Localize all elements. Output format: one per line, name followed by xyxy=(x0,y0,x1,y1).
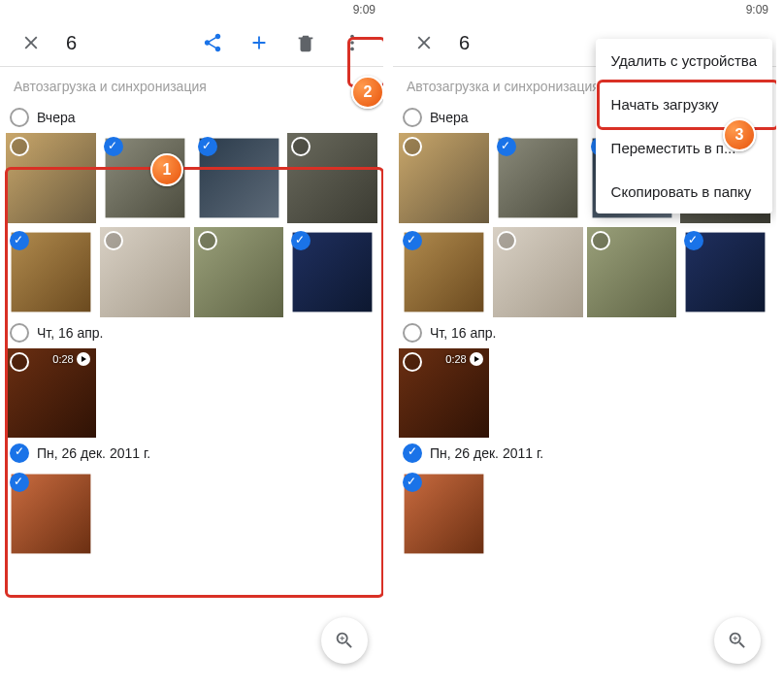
day-label: Пн, 26 дек. 2011 г. xyxy=(37,445,150,461)
day-label: Вчера xyxy=(430,110,469,125)
photo-thumb[interactable] xyxy=(194,133,284,223)
photo-thumb[interactable] xyxy=(287,133,377,223)
app-bar: 6 xyxy=(0,19,383,66)
select-mark[interactable] xyxy=(10,231,29,250)
autosync-label: Автозагрузка и синхронизация xyxy=(0,71,383,102)
select-mark[interactable] xyxy=(291,231,310,250)
video-badge: 0:28 xyxy=(52,352,89,366)
photo-thumb[interactable] xyxy=(6,469,96,559)
more-icon[interactable] xyxy=(333,23,372,62)
day-label: Чт, 16 апр. xyxy=(37,325,103,341)
photo-thumb[interactable] xyxy=(493,227,583,317)
day-header-2[interactable]: Чт, 16 апр. xyxy=(393,317,776,348)
select-mark[interactable] xyxy=(497,231,516,250)
select-mark[interactable] xyxy=(403,352,422,372)
day-label: Чт, 16 апр. xyxy=(430,325,496,341)
close-icon[interactable] xyxy=(405,23,443,62)
day-select-circle[interactable] xyxy=(10,443,29,463)
menu-item-copy[interactable]: Скопировать в папку xyxy=(596,170,772,213)
status-time: 9:09 xyxy=(746,3,768,16)
photo-thumb[interactable] xyxy=(194,227,284,317)
photo-grid-day3 xyxy=(0,469,383,559)
day-select-circle[interactable] xyxy=(10,108,29,127)
menu-item-delete[interactable]: Удалить с устройства xyxy=(596,39,772,82)
divider xyxy=(0,66,383,67)
svg-point-2 xyxy=(350,48,354,51)
svg-point-0 xyxy=(350,35,354,39)
day-header-3[interactable]: Пн, 26 дек. 2011 г. xyxy=(393,438,776,469)
day-header-2[interactable]: Чт, 16 апр. xyxy=(0,317,383,348)
screen-right: 9:09 6 Автозагрузка и синхронизация Вчер… xyxy=(393,0,776,679)
video-badge: 0:28 xyxy=(445,352,482,366)
day-select-circle[interactable] xyxy=(403,443,422,463)
select-mark[interactable] xyxy=(684,231,703,250)
select-mark[interactable] xyxy=(591,231,610,250)
selection-count: 6 xyxy=(58,32,185,54)
day-label: Пн, 26 дек. 2011 г. xyxy=(430,445,543,461)
play-icon xyxy=(470,352,483,366)
menu-item-move[interactable]: Переместить в п... xyxy=(596,126,772,170)
day-select-circle[interactable] xyxy=(10,323,29,343)
day-header-1[interactable]: Вчера xyxy=(0,102,383,133)
select-mark[interactable] xyxy=(198,137,217,156)
photo-thumb[interactable] xyxy=(399,469,489,559)
screen-left: 9:09 6 Автозагрузка и синхронизация xyxy=(0,0,383,679)
select-mark[interactable] xyxy=(403,137,422,156)
select-mark[interactable] xyxy=(198,231,217,250)
video-thumb[interactable]: 0:28 xyxy=(6,348,96,439)
video-duration: 0:28 xyxy=(52,353,73,365)
status-bar: 9:09 xyxy=(393,0,776,19)
select-mark[interactable] xyxy=(10,352,29,372)
zoom-fab[interactable] xyxy=(714,617,761,664)
overflow-menu: Удалить с устройства Начать загрузку Пер… xyxy=(596,39,772,213)
video-thumb[interactable]: 0:28 xyxy=(399,348,489,439)
add-icon[interactable] xyxy=(240,23,278,62)
play-icon xyxy=(77,352,90,366)
day-select-circle[interactable] xyxy=(403,108,422,127)
photo-thumb[interactable] xyxy=(287,227,377,317)
svg-point-1 xyxy=(350,41,354,45)
select-mark[interactable] xyxy=(104,231,123,250)
status-bar: 9:09 xyxy=(0,0,383,19)
photo-grid-day3 xyxy=(393,469,776,559)
select-mark[interactable] xyxy=(403,231,422,250)
select-mark[interactable] xyxy=(497,137,516,156)
photo-thumb[interactable] xyxy=(493,133,583,223)
share-icon[interactable] xyxy=(193,23,232,62)
photo-thumb[interactable] xyxy=(6,227,96,317)
photo-thumb[interactable] xyxy=(680,227,770,317)
menu-item-upload[interactable]: Начать загрузку xyxy=(596,82,772,126)
close-icon[interactable] xyxy=(12,23,50,62)
photo-thumb[interactable] xyxy=(100,227,190,317)
day-header-3[interactable]: Пн, 26 дек. 2011 г. xyxy=(0,438,383,469)
photo-grid-day2: 0:28 xyxy=(0,348,383,439)
photo-thumb[interactable] xyxy=(399,227,489,317)
select-mark[interactable] xyxy=(104,137,123,156)
video-duration: 0:28 xyxy=(445,353,466,365)
photo-thumb[interactable] xyxy=(587,227,677,317)
trash-icon[interactable] xyxy=(286,23,325,62)
photo-thumb[interactable] xyxy=(6,133,96,223)
day-select-circle[interactable] xyxy=(403,323,422,343)
photo-thumb[interactable] xyxy=(399,133,489,223)
status-time: 9:09 xyxy=(353,3,376,16)
photo-grid-day1 xyxy=(0,133,383,317)
day-label: Вчера xyxy=(37,110,76,125)
photo-thumb[interactable] xyxy=(100,133,190,223)
photo-grid-day2: 0:28 xyxy=(393,348,776,439)
select-mark[interactable] xyxy=(10,137,29,156)
zoom-fab[interactable] xyxy=(321,617,368,664)
